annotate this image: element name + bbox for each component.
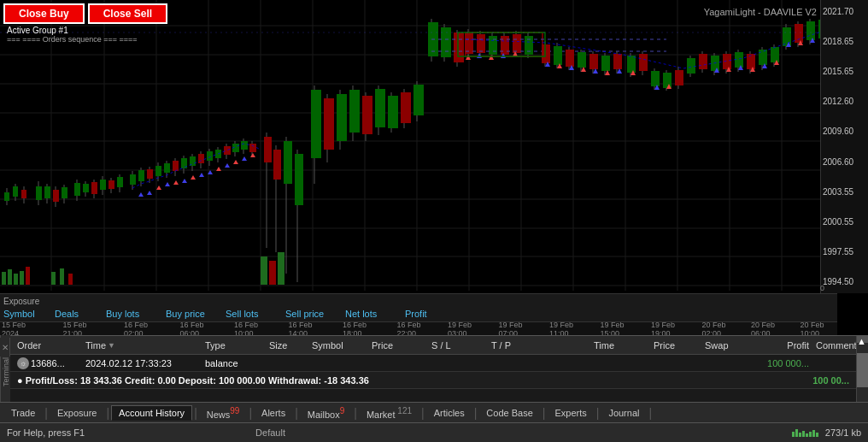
col-buy-lots[interactable]: Buy lots	[106, 309, 166, 319]
col-buy-price[interactable]: Buy price	[166, 309, 226, 319]
svg-rect-121	[441, 27, 451, 57]
sep-7: |	[419, 406, 426, 420]
svg-rect-148	[589, 54, 598, 69]
tab-account-history[interactable]: Account History	[111, 405, 192, 421]
tab-bar: Trade | Exposure | Account History | New…	[0, 402, 868, 422]
svg-rect-130	[489, 36, 497, 55]
exposure-label: Exposure	[3, 297, 39, 306]
svg-rect-154	[627, 56, 636, 73]
svg-rect-73	[173, 161, 179, 171]
th-type[interactable]: Type	[202, 340, 266, 351]
chart-area[interactable]	[0, 0, 837, 293]
tab-trade[interactable]: Trade	[3, 405, 43, 421]
price-level-2: 2018.65	[823, 37, 866, 46]
svg-marker-200	[250, 153, 255, 157]
svg-rect-164	[687, 58, 695, 74]
news-badge: 99	[230, 406, 239, 415]
th-symbol[interactable]: Symbol	[308, 340, 368, 351]
svg-rect-180	[783, 27, 791, 46]
svg-rect-178	[771, 47, 779, 62]
svg-rect-91	[249, 144, 256, 152]
col-sell-lots[interactable]: Sell lots	[226, 309, 285, 319]
svg-rect-63	[130, 174, 136, 185]
tab-news[interactable]: News99	[199, 404, 248, 422]
tab-journal[interactable]: Journal	[601, 405, 647, 421]
volume-zero: 0	[820, 282, 837, 293]
th-size[interactable]: Size	[266, 340, 308, 351]
th-profit[interactable]: Profit	[744, 340, 812, 351]
tab-exposure[interactable]: Exposure	[50, 405, 104, 421]
svg-rect-59	[108, 180, 114, 189]
th-sl[interactable]: S / L	[428, 340, 488, 351]
svg-rect-126	[465, 32, 473, 54]
svg-rect-162	[675, 70, 683, 85]
svg-rect-117	[413, 85, 424, 115]
th-time[interactable]: Time ▼	[82, 340, 202, 351]
active-group: Active Group #1 === ==== Orders sequence…	[7, 26, 138, 44]
time-label-13: 20 Feb 02:00	[702, 321, 738, 335]
svg-rect-95	[273, 150, 281, 180]
tab-mailbox[interactable]: Mailbox9	[300, 404, 352, 422]
time-label-5: 16 Feb 14:00	[289, 321, 325, 335]
price-axis: 2021.70 2018.65 2015.65 2012.60 2009.60 …	[820, 0, 868, 293]
svg-marker-201	[466, 55, 471, 60]
watermark: YagamiLight - DAAVILE V2	[704, 7, 817, 17]
summary-row: ● Profit/Loss: 18 343.36 Credit: 0.00 De…	[0, 372, 868, 389]
svg-rect-71	[164, 163, 170, 173]
top-buttons: Close Buy Close Sell	[3, 3, 167, 24]
row-time: 2024.02.12 17:33:23	[82, 358, 202, 368]
price-level-1: 2021.70	[823, 7, 866, 16]
svg-rect-146	[578, 52, 586, 68]
svg-rect-81	[207, 151, 213, 161]
col-net-lots[interactable]: Net lots	[345, 309, 405, 319]
svg-rect-109	[362, 96, 372, 134]
cpu-bar-4	[802, 431, 805, 437]
scrollbar-thumb[interactable]	[857, 353, 868, 387]
price-level-9: 1997.55	[823, 247, 866, 256]
col-deals[interactable]: Deals	[55, 309, 106, 319]
balance-row: ☼ 13686... 2024.02.12 17:33:23 balance 1…	[0, 355, 868, 372]
th-price[interactable]: Price	[368, 340, 428, 351]
cpu-bar-8	[816, 433, 818, 437]
svg-rect-34	[269, 261, 276, 285]
th-time2[interactable]: Time	[590, 340, 650, 351]
status-right: 273/1 kb	[792, 427, 861, 438]
svg-rect-67	[147, 169, 153, 179]
terminal-close[interactable]: ✕	[0, 338, 10, 357]
svg-rect-101	[311, 90, 321, 158]
summary-value: 100 00...	[784, 375, 853, 386]
time-label-4: 16 Feb 10:00	[234, 321, 270, 335]
tab-alerts[interactable]: Alerts	[254, 405, 293, 421]
th-tp[interactable]: T / P	[488, 340, 590, 351]
svg-marker-198	[233, 160, 238, 164]
svg-rect-49	[62, 187, 67, 198]
tab-articles[interactable]: Articles	[426, 405, 472, 421]
tab-market[interactable]: Market 121	[359, 404, 419, 422]
close-buy-button[interactable]: Close Buy	[3, 3, 85, 24]
sep-10: |	[595, 406, 601, 420]
th-order[interactable]: Order	[14, 340, 82, 351]
terminal-header-row: Order Time ▼ Type Size Symbol Price S / …	[0, 336, 868, 355]
col-sell-price[interactable]: Sell price	[285, 309, 345, 319]
cpu-bar-3	[799, 433, 801, 437]
sort-icon: ▼	[108, 341, 115, 350]
tab-code-base[interactable]: Code Base	[478, 405, 540, 421]
price-level-7: 2003.55	[823, 187, 866, 197]
scrollbar-up[interactable]: ▲	[857, 336, 868, 343]
time-axis: 15 Feb 2024 15 Feb 21:00 16 Feb 02:00 16…	[0, 321, 837, 335]
col-profit[interactable]: Profit	[405, 309, 465, 319]
svg-rect-97	[284, 141, 292, 184]
svg-rect-174	[747, 54, 755, 69]
close-sell-button[interactable]: Close Sell	[88, 3, 167, 24]
tab-experts[interactable]: Experts	[547, 405, 594, 421]
svg-rect-158	[651, 71, 660, 86]
sep-9: |	[541, 406, 548, 420]
col-symbol[interactable]: Symbol	[3, 309, 55, 319]
price-level-4: 2012.60	[823, 97, 866, 106]
svg-rect-27	[14, 274, 18, 285]
th-swap[interactable]: Swap	[701, 340, 744, 351]
column-headers: Symbol Deals Buy lots Buy price Sell lot…	[0, 306, 837, 321]
th-price2[interactable]: Price	[650, 340, 701, 351]
time-label-2: 16 Feb 02:00	[124, 321, 160, 335]
time-label-1: 15 Feb 21:00	[63, 321, 99, 335]
